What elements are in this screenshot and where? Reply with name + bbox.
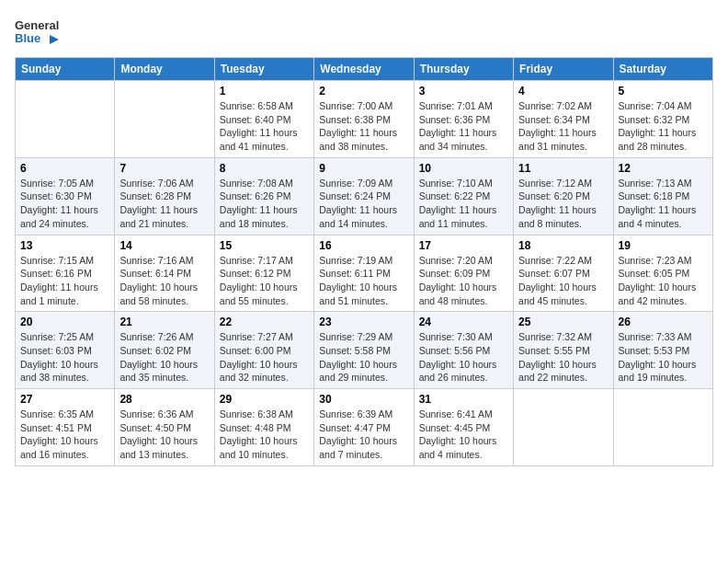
calendar-cell: 20Sunrise: 7:25 AM Sunset: 6:03 PM Dayli… bbox=[16, 312, 115, 389]
day-info: Sunrise: 7:30 AM Sunset: 5:56 PM Dayligh… bbox=[419, 330, 508, 385]
day-info: Sunrise: 7:02 AM Sunset: 6:34 PM Dayligh… bbox=[518, 99, 608, 154]
calendar-cell: 24Sunrise: 7:30 AM Sunset: 5:56 PM Dayli… bbox=[414, 312, 513, 389]
svg-text:Blue: Blue bbox=[15, 31, 40, 45]
day-header-friday: Friday bbox=[514, 58, 613, 81]
page-header: General Blue bbox=[15, 15, 713, 48]
calendar-cell: 2Sunrise: 7:00 AM Sunset: 6:38 PM Daylig… bbox=[314, 81, 414, 158]
calendar: SundayMondayTuesdayWednesdayThursdayFrid… bbox=[15, 57, 713, 466]
calendar-cell: 10Sunrise: 7:10 AM Sunset: 6:22 PM Dayli… bbox=[414, 157, 513, 235]
day-info: Sunrise: 7:16 AM Sunset: 6:14 PM Dayligh… bbox=[119, 254, 209, 308]
day-info: Sunrise: 7:05 AM Sunset: 6:30 PM Dayligh… bbox=[20, 177, 109, 231]
day-header-monday: Monday bbox=[115, 58, 214, 81]
calendar-cell: 16Sunrise: 7:19 AM Sunset: 6:11 PM Dayli… bbox=[314, 235, 414, 312]
day-info: Sunrise: 7:33 AM Sunset: 5:53 PM Dayligh… bbox=[619, 330, 708, 385]
day-info: Sunrise: 7:15 AM Sunset: 6:16 PM Dayligh… bbox=[20, 254, 109, 308]
calendar-cell: 9Sunrise: 7:09 AM Sunset: 6:24 PM Daylig… bbox=[314, 157, 414, 235]
day-header-wednesday: Wednesday bbox=[314, 58, 414, 81]
day-number: 26 bbox=[619, 316, 708, 328]
day-info: Sunrise: 7:22 AM Sunset: 6:07 PM Dayligh… bbox=[518, 254, 608, 308]
calendar-cell: 17Sunrise: 7:20 AM Sunset: 6:09 PM Dayli… bbox=[414, 235, 513, 312]
calendar-cell: 27Sunrise: 6:35 AM Sunset: 4:51 PM Dayli… bbox=[16, 389, 115, 466]
calendar-cell: 25Sunrise: 7:32 AM Sunset: 5:55 PM Dayli… bbox=[514, 312, 613, 389]
calendar-cell: 7Sunrise: 7:06 AM Sunset: 6:28 PM Daylig… bbox=[115, 157, 214, 235]
svg-text:General: General bbox=[15, 18, 59, 32]
day-number: 21 bbox=[119, 316, 209, 328]
day-info: Sunrise: 7:06 AM Sunset: 6:28 PM Dayligh… bbox=[119, 177, 209, 231]
calendar-cell: 29Sunrise: 6:38 AM Sunset: 4:48 PM Dayli… bbox=[214, 389, 313, 466]
calendar-cell: 28Sunrise: 6:36 AM Sunset: 4:50 PM Dayli… bbox=[115, 389, 214, 466]
calendar-cell: 8Sunrise: 7:08 AM Sunset: 6:26 PM Daylig… bbox=[214, 157, 313, 235]
day-number: 11 bbox=[518, 162, 608, 175]
day-info: Sunrise: 6:39 AM Sunset: 4:47 PM Dayligh… bbox=[319, 408, 408, 462]
day-info: Sunrise: 7:17 AM Sunset: 6:12 PM Dayligh… bbox=[220, 254, 309, 308]
day-number: 28 bbox=[119, 393, 209, 406]
calendar-cell bbox=[115, 81, 214, 158]
day-info: Sunrise: 6:41 AM Sunset: 4:45 PM Dayligh… bbox=[419, 408, 508, 462]
day-number: 24 bbox=[419, 316, 508, 328]
day-number: 18 bbox=[518, 239, 608, 252]
day-info: Sunrise: 7:13 AM Sunset: 6:18 PM Dayligh… bbox=[619, 177, 708, 231]
day-info: Sunrise: 7:00 AM Sunset: 6:38 PM Dayligh… bbox=[319, 99, 408, 154]
day-number: 29 bbox=[220, 393, 309, 406]
day-number: 4 bbox=[518, 85, 608, 98]
calendar-cell: 23Sunrise: 7:29 AM Sunset: 5:58 PM Dayli… bbox=[314, 312, 414, 389]
day-info: Sunrise: 7:12 AM Sunset: 6:20 PM Dayligh… bbox=[518, 177, 608, 231]
day-info: Sunrise: 7:09 AM Sunset: 6:24 PM Dayligh… bbox=[319, 177, 408, 231]
calendar-cell: 6Sunrise: 7:05 AM Sunset: 6:30 PM Daylig… bbox=[16, 157, 115, 235]
day-number: 9 bbox=[319, 162, 408, 175]
day-info: Sunrise: 7:08 AM Sunset: 6:26 PM Dayligh… bbox=[220, 177, 309, 231]
day-number: 20 bbox=[20, 316, 109, 328]
day-info: Sunrise: 6:38 AM Sunset: 4:48 PM Dayligh… bbox=[220, 408, 309, 462]
calendar-cell: 18Sunrise: 7:22 AM Sunset: 6:07 PM Dayli… bbox=[514, 235, 613, 312]
calendar-week-5: 27Sunrise: 6:35 AM Sunset: 4:51 PM Dayli… bbox=[16, 389, 713, 466]
day-number: 13 bbox=[20, 239, 109, 252]
day-info: Sunrise: 7:01 AM Sunset: 6:36 PM Dayligh… bbox=[419, 99, 508, 154]
calendar-body: 1Sunrise: 6:58 AM Sunset: 6:40 PM Daylig… bbox=[16, 81, 713, 466]
day-info: Sunrise: 7:29 AM Sunset: 5:58 PM Dayligh… bbox=[319, 330, 408, 385]
day-info: Sunrise: 6:58 AM Sunset: 6:40 PM Dayligh… bbox=[220, 99, 309, 154]
calendar-week-4: 20Sunrise: 7:25 AM Sunset: 6:03 PM Dayli… bbox=[16, 312, 713, 389]
day-info: Sunrise: 7:19 AM Sunset: 6:11 PM Dayligh… bbox=[319, 254, 408, 308]
day-number: 5 bbox=[619, 85, 708, 98]
day-number: 12 bbox=[619, 162, 708, 175]
day-number: 19 bbox=[619, 239, 708, 252]
day-info: Sunrise: 6:36 AM Sunset: 4:50 PM Dayligh… bbox=[119, 408, 209, 462]
day-number: 27 bbox=[20, 393, 109, 406]
day-header-sunday: Sunday bbox=[16, 58, 115, 81]
day-number: 31 bbox=[419, 393, 508, 406]
day-number: 25 bbox=[518, 316, 608, 328]
day-number: 30 bbox=[319, 393, 408, 406]
day-info: Sunrise: 7:23 AM Sunset: 6:05 PM Dayligh… bbox=[619, 254, 708, 308]
calendar-cell: 14Sunrise: 7:16 AM Sunset: 6:14 PM Dayli… bbox=[115, 235, 214, 312]
day-number: 2 bbox=[319, 85, 408, 98]
calendar-cell: 3Sunrise: 7:01 AM Sunset: 6:36 PM Daylig… bbox=[414, 81, 513, 158]
calendar-cell: 12Sunrise: 7:13 AM Sunset: 6:18 PM Dayli… bbox=[613, 157, 712, 235]
calendar-cell: 22Sunrise: 7:27 AM Sunset: 6:00 PM Dayli… bbox=[214, 312, 313, 389]
day-info: Sunrise: 7:04 AM Sunset: 6:32 PM Dayligh… bbox=[619, 99, 708, 154]
calendar-cell: 31Sunrise: 6:41 AM Sunset: 4:45 PM Dayli… bbox=[414, 389, 513, 466]
day-header-saturday: Saturday bbox=[613, 58, 712, 81]
day-info: Sunrise: 7:20 AM Sunset: 6:09 PM Dayligh… bbox=[419, 254, 508, 308]
calendar-cell bbox=[16, 81, 115, 158]
day-info: Sunrise: 7:26 AM Sunset: 6:02 PM Dayligh… bbox=[119, 330, 209, 385]
day-number: 23 bbox=[319, 316, 408, 328]
calendar-cell: 30Sunrise: 6:39 AM Sunset: 4:47 PM Dayli… bbox=[314, 389, 414, 466]
day-info: Sunrise: 7:10 AM Sunset: 6:22 PM Dayligh… bbox=[419, 177, 508, 231]
logo: General Blue bbox=[15, 15, 59, 48]
calendar-cell bbox=[613, 389, 712, 466]
calendar-week-1: 1Sunrise: 6:58 AM Sunset: 6:40 PM Daylig… bbox=[16, 81, 713, 158]
day-number: 16 bbox=[319, 239, 408, 252]
day-info: Sunrise: 7:27 AM Sunset: 6:00 PM Dayligh… bbox=[220, 330, 309, 385]
day-info: Sunrise: 7:32 AM Sunset: 5:55 PM Dayligh… bbox=[518, 330, 608, 385]
calendar-cell: 19Sunrise: 7:23 AM Sunset: 6:05 PM Dayli… bbox=[613, 235, 712, 312]
day-number: 7 bbox=[119, 162, 209, 175]
day-header-tuesday: Tuesday bbox=[214, 58, 313, 81]
calendar-cell: 13Sunrise: 7:15 AM Sunset: 6:16 PM Dayli… bbox=[16, 235, 115, 312]
day-number: 6 bbox=[20, 162, 109, 175]
day-number: 1 bbox=[220, 85, 309, 98]
calendar-cell: 1Sunrise: 6:58 AM Sunset: 6:40 PM Daylig… bbox=[214, 81, 313, 158]
day-number: 17 bbox=[419, 239, 508, 252]
calendar-cell: 21Sunrise: 7:26 AM Sunset: 6:02 PM Dayli… bbox=[115, 312, 214, 389]
day-header-thursday: Thursday bbox=[414, 58, 513, 81]
calendar-cell: 15Sunrise: 7:17 AM Sunset: 6:12 PM Dayli… bbox=[214, 235, 313, 312]
